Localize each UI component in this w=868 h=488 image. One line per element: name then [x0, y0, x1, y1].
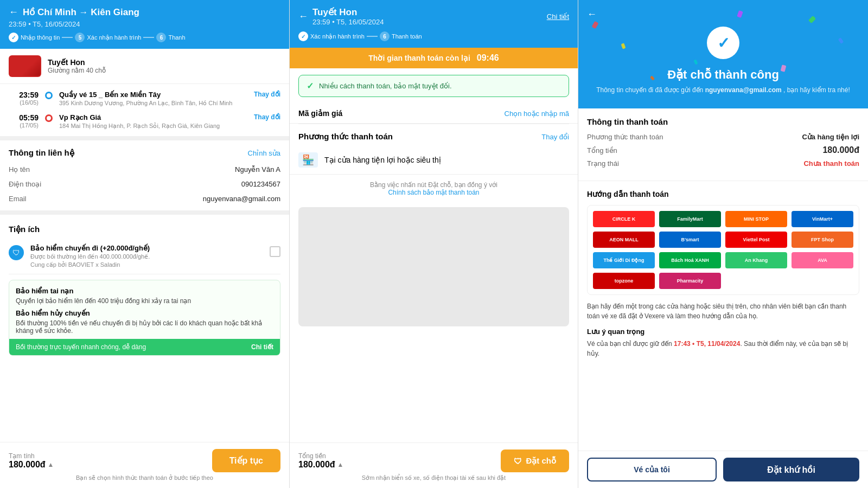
success-check-icon: ✓ — [707, 27, 739, 59]
store-logo-bsmart: B'smart — [659, 232, 721, 248]
bus-card: Tuyết Hon Giường nằm 40 chỗ — [0, 49, 289, 84]
store-logo-familymart: FamilyMart — [659, 211, 721, 227]
gray-placeholder — [298, 207, 569, 326]
insurance-card: Bảo hiểm tai nạn Quyền lợi bảo hiểm lên … — [9, 280, 280, 356]
p2-step2-circle: 6 — [380, 31, 390, 41]
payment-change-btn[interactable]: Thay đổi — [541, 133, 569, 141]
continue-button[interactable]: Tiếp tục — [212, 449, 280, 472]
guide-desc: Bạn hãy đến một trong các cửa hàng hoặc … — [587, 301, 859, 321]
step3-label: Thanh — [168, 34, 185, 41]
ins-footer-text: Bồi thường trực tuyến nhanh chóng, dễ dà… — [16, 343, 146, 351]
policy-text: Bằng việc nhấn nút Đặt chỗ, bạn đồng ý v… — [290, 175, 578, 203]
pi-status-label: Trạng thái — [587, 159, 619, 168]
contact-edit-btn[interactable]: Chỉnh sửa — [248, 149, 280, 157]
book-return-button[interactable]: Đặt khứ hồi — [723, 458, 859, 481]
book-button[interactable]: 🛡 Đặt chỗ — [501, 450, 570, 472]
bus-name: Tuyết Hon — [48, 58, 106, 67]
ins-detail-btn[interactable]: Chi tiết — [251, 343, 273, 351]
step-divider-1 — [62, 37, 73, 38]
panel2-datetime: 23:59 • T5, 16/05/2024 — [312, 18, 384, 26]
pi-status-value: Chưa thanh toán — [803, 159, 859, 168]
panel2-steps: ✓ Xác nhận hành trình 6 Thanh toán — [298, 31, 569, 41]
contact-phone-label: Điện thoại — [9, 180, 41, 188]
stop-departure: 23:59 (16/05) Quầy vé 15 _ Bến xe Miền T… — [9, 91, 280, 107]
step-divider-2 — [143, 37, 154, 38]
p2-bottom-note: Sớm nhận biển số xe, số điện thoại tài x… — [298, 474, 569, 481]
ins-accident-title: Bảo hiểm tai nạn — [16, 287, 273, 295]
utility-insurance-travel: 🛡 Bảo hiểm chuyến đi (+20.000đ/ghế) Được… — [9, 239, 280, 274]
contact-name-value: Nguyễn Văn A — [235, 165, 280, 174]
payment-option-name: Tại cửa hàng tiện lợi hoặc siêu thị — [324, 156, 441, 164]
ins-cancel-desc: Bồi thường 100% tiền vé nếu chuyến đi bị… — [16, 319, 273, 335]
ins-travel-name: Bảo hiểm chuyến đi (+20.000đ/ghế) — [30, 244, 263, 252]
discount-link[interactable]: Chọn hoặc nhập mã — [505, 110, 569, 118]
chevron-up-icon: ▲ — [48, 461, 54, 468]
store-logo-ava: AVA — [792, 252, 853, 268]
panel3-bottom-bar: Vé của tôi Đặt khứ hồi — [578, 451, 868, 488]
store-logo-topzone: topzone — [593, 273, 655, 289]
p2-step2-label: Thanh toán — [392, 33, 422, 40]
panel1-steps: ✓ Nhập thông tin 5 Xác nhận hành trình 6… — [9, 33, 280, 42]
store-logo-bachhoaxanh: Bách Hoá XANH — [659, 252, 721, 268]
dep-change-btn[interactable]: Thay đổi — [254, 91, 280, 98]
ins-travel-provider: Cung cấp bởi BAOVIET x Saladin — [30, 261, 263, 268]
panel1-route: Hồ Chí Minh → Kiên Giang — [23, 7, 139, 18]
payment-guide-section: Hướng dẫn thanh toán CIRCLE KFamilyMartM… — [578, 181, 868, 367]
bus-image — [9, 55, 41, 77]
contact-email-label: Email — [9, 195, 27, 203]
contact-phone-value: 0901234567 — [241, 180, 280, 188]
contact-title: Thông tin liên hệ — [9, 148, 74, 158]
step3-circle: 6 — [156, 33, 166, 42]
panel3-back-icon[interactable]: ← — [587, 9, 597, 20]
p2-step1-circle: ✓ — [298, 31, 308, 41]
stop-arrival: 05:59 (17/05) Vp Rạch Giá 184 Mai Thị Hồ… — [9, 113, 280, 130]
ins-accident-desc: Quyền lợi bảo hiểm lên đến 400 triệu đồn… — [16, 297, 273, 305]
payment-method-header: Phương thức thanh toán Thay đổi — [290, 124, 578, 146]
arr-time: 05:59 — [9, 113, 39, 122]
arr-dot — [45, 114, 53, 122]
dep-time: 23:59 — [9, 91, 39, 99]
discount-row: Mã giảm giá Chọn hoặc nhập mã — [290, 104, 578, 124]
dep-name: Quầy vé 15 _ Bến xe Miền Tây — [59, 91, 247, 99]
contact-header: Thông tin liên hệ Chỉnh sửa — [0, 140, 289, 162]
payment-info-title: Thông tin thanh toán — [587, 117, 859, 126]
timer-value: 09:46 — [477, 53, 499, 62]
store-logo-circle-k: CIRCLE K — [593, 211, 655, 227]
security-check-icon: ✓ — [307, 81, 314, 91]
arr-name: Vp Rạch Giá — [59, 113, 247, 121]
step2-circle: 5 — [75, 33, 85, 42]
panel3-body: Thông tin thanh toán Phương thức thanh t… — [578, 108, 868, 451]
store-logo-fptshop: FPT Shop — [792, 232, 853, 248]
pi-total-label: Tổng tiền — [587, 146, 617, 155]
payment-method-title: Phương thức thanh toán — [298, 132, 393, 142]
p2-step-divider — [367, 36, 378, 37]
utilities-section: Tiện ích 🛡 Bảo hiểm chuyến đi (+20.000đ/… — [0, 219, 289, 356]
policy-link[interactable]: Chính sách bảo mật thanh toán — [388, 189, 479, 196]
contact-name-row: Họ tên Nguyễn Văn A — [0, 162, 289, 177]
store-logo-ankhang: An Khang — [725, 252, 787, 268]
panel1-total-amount: 180.000đ — [9, 460, 46, 470]
divider-1 — [0, 210, 289, 215]
utilities-title: Tiện ích — [9, 219, 280, 239]
panel1-body: Tuyết Hon Giường nằm 40 chỗ 23:59 (16/05… — [0, 49, 289, 442]
step1-label: Nhập thông tin — [21, 34, 60, 41]
arr-address: 184 Mai Thị Hồng Hạnh, P. Rạch Sỏi, Rạch… — [59, 123, 247, 130]
pi-total-value: 180.000đ — [822, 145, 859, 155]
ins-travel-checkbox[interactable] — [270, 246, 280, 257]
p2-chevron-icon: ▲ — [337, 461, 344, 468]
store-icon: 🏪 — [298, 152, 318, 168]
store-logo-vinmart: VinMart+ — [792, 211, 853, 227]
pi-total-row: Tổng tiền 180.000đ — [587, 145, 859, 155]
security-banner: ✓ Nhiều cách thanh toán, bảo mật tuyệt đ… — [298, 75, 569, 97]
arr-change-btn[interactable]: Thay đổi — [254, 113, 280, 121]
panel2-detail-link[interactable]: Chi tiết — [547, 12, 569, 21]
discount-title: Mã giảm giá — [298, 109, 342, 118]
panel1-bottom-bar: Tạm tính 180.000đ ▲ Tiếp tục Bạn sẽ chọn… — [0, 442, 289, 488]
panel1-back-icon[interactable]: ← — [9, 7, 18, 18]
panel2-back-icon[interactable]: ← — [298, 11, 308, 22]
panel3-header: ← ✓ Đặt chỗ thành công Thông tin chuyến … — [578, 0, 868, 108]
step2-label: Xác nhận hành trình — [87, 34, 141, 41]
my-tickets-button[interactable]: Vé của tôi — [587, 458, 717, 481]
ins-travel-desc: Được bồi thường lên đến 400.000.000đ/ghế… — [30, 253, 263, 260]
pi-method-label: Phương thức thanh toán — [587, 133, 663, 141]
